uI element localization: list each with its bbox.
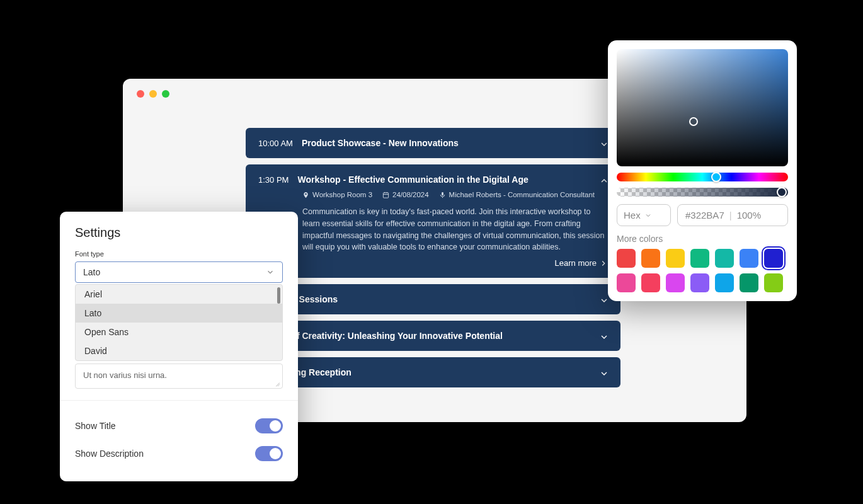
resize-handle-icon[interactable]: [274, 380, 280, 386]
toggle-label: Show Title: [75, 421, 116, 431]
chevron-right-icon: [599, 259, 608, 268]
color-swatch[interactable]: [690, 273, 709, 292]
color-format-select[interactable]: Hex: [617, 204, 671, 226]
sv-cursor[interactable]: [689, 117, 698, 126]
learn-more-link[interactable]: Learn more: [258, 258, 608, 268]
agenda-title: Product Showcase - New Innovations: [302, 138, 459, 148]
color-swatch[interactable]: [740, 273, 758, 292]
color-swatch[interactable]: [617, 249, 636, 268]
chevron-down-icon: [266, 268, 275, 277]
color-swatch[interactable]: [641, 273, 660, 292]
font-option[interactable]: Ariel: [76, 285, 282, 304]
show-description-row: Show Description: [75, 440, 283, 467]
show-title-toggle[interactable]: [255, 418, 283, 433]
font-option[interactable]: David: [76, 341, 282, 360]
color-picker-panel: Hex #322BA7 | 100% More colors: [608, 40, 797, 301]
date-meta: 24/08/2024: [382, 191, 429, 198]
agenda-item[interactable]: Networking Reception: [246, 357, 620, 387]
settings-title: Settings: [75, 226, 283, 240]
agenda-item[interactable]: 10:00 AM Product Showcase - New Innovati…: [246, 128, 620, 158]
agenda-time: 10:00 AM: [258, 139, 293, 148]
saturation-value-field[interactable]: [617, 49, 788, 166]
font-dropdown: Ariel Lato Open Sans David: [75, 284, 283, 361]
color-value-input[interactable]: #322BA7 | 100%: [677, 204, 788, 226]
location-pin-icon: [302, 192, 309, 198]
color-swatch[interactable]: [764, 249, 783, 268]
hue-cursor[interactable]: [711, 172, 721, 182]
alpha-slider[interactable]: [617, 188, 788, 197]
scrollbar[interactable]: [277, 287, 280, 304]
agenda-meta: Workshop Room 3 24/08/2024 Michael Rober…: [302, 191, 608, 198]
color-swatch[interactable]: [617, 273, 636, 292]
font-select[interactable]: Lato: [75, 261, 283, 283]
swatch-grid: [617, 249, 788, 292]
minimize-dot[interactable]: [149, 90, 157, 98]
hue-slider[interactable]: [617, 173, 788, 181]
alpha-cursor[interactable]: [777, 187, 787, 197]
divider: [60, 400, 298, 401]
chevron-down-icon: [644, 212, 652, 219]
show-description-toggle[interactable]: [255, 446, 283, 461]
font-option[interactable]: Open Sans: [76, 323, 282, 341]
color-swatch[interactable]: [690, 249, 709, 268]
color-swatch[interactable]: [715, 273, 734, 292]
chevron-down-icon[interactable]: [599, 332, 609, 345]
color-swatch[interactable]: [666, 249, 685, 268]
agenda-item[interactable]: Breakout Sessions: [246, 284, 620, 314]
speaker-meta: Michael Roberts - Communication Consulta…: [439, 191, 595, 198]
svg-rect-0: [383, 192, 388, 197]
agenda-item-expanded[interactable]: 1:30 PM Workshop - Effective Communicati…: [246, 164, 620, 278]
agenda-item[interactable]: The Art of Creativity: Unleashing Your I…: [246, 321, 620, 351]
microphone-icon: [439, 192, 446, 198]
close-dot[interactable]: [137, 90, 144, 98]
color-swatch[interactable]: [666, 273, 685, 292]
chevron-down-icon[interactable]: [599, 369, 609, 381]
show-title-row: Show Title: [75, 412, 283, 440]
chevron-down-icon[interactable]: [599, 295, 609, 308]
calendar-icon: [382, 192, 389, 198]
agenda-title: Workshop - Effective Communication in th…: [297, 175, 528, 185]
color-swatch[interactable]: [715, 249, 734, 268]
agenda-time: 1:30 PM: [258, 175, 289, 185]
agenda-description: Communication is key in today's fast-pac…: [302, 206, 608, 253]
color-swatch[interactable]: [641, 249, 660, 268]
more-colors-label: More colors: [617, 234, 788, 244]
toggle-label: Show Description: [75, 449, 144, 459]
color-swatch[interactable]: [740, 249, 758, 268]
maximize-dot[interactable]: [162, 90, 169, 98]
location-meta: Workshop Room 3: [302, 191, 372, 198]
settings-panel: Settings Font type Lato Ariel Lato Open …: [60, 212, 298, 481]
color-swatch[interactable]: [764, 273, 783, 292]
font-option[interactable]: Lato: [76, 304, 282, 323]
font-type-label: Font type: [75, 250, 283, 258]
textarea-field[interactable]: Ut non varius nisi urna.: [75, 364, 283, 389]
